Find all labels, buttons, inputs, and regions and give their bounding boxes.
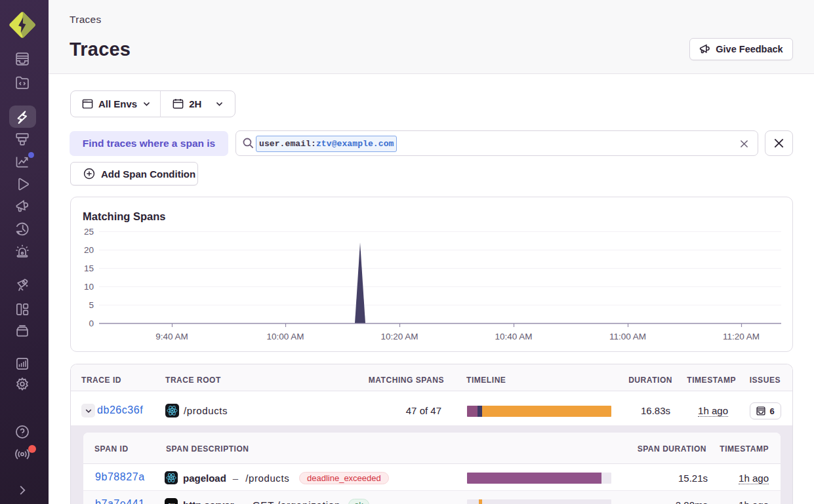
svg-text:15: 15: [84, 263, 94, 273]
svg-text:11:00 AM: 11:00 AM: [609, 332, 646, 341]
svg-text:10: 10: [84, 282, 94, 292]
svg-text:9:40 AM: 9:40 AM: [155, 332, 188, 341]
svg-text:10:20 AM: 10:20 AM: [380, 332, 418, 341]
svg-text:ex: ex: [168, 501, 175, 504]
svg-text:11:20 AM: 11:20 AM: [723, 332, 760, 341]
svg-text:0: 0: [89, 319, 94, 328]
svg-text:5: 5: [89, 300, 94, 310]
svg-text:10:40 AM: 10:40 AM: [495, 332, 532, 341]
svg-text:10:00 AM: 10:00 AM: [266, 332, 304, 341]
svg-text:25: 25: [84, 227, 94, 237]
svg-text:20: 20: [84, 245, 94, 255]
